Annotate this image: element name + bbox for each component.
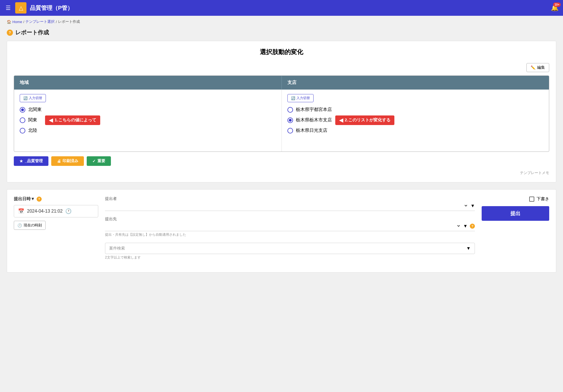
tag-btn-quality[interactable]: ★ _品質管理 <box>14 156 48 166</box>
edit-button[interactable]: ✏️ 編集 <box>526 63 549 72</box>
right-col: 下書き 提出 <box>482 196 549 221</box>
hamburger-button[interactable]: ☰ <box>5 3 12 12</box>
col2-radio-group: 栃木県宇都宮本店 栃木県栃木市支店 栃木県日光支店 <box>287 107 332 133</box>
header-left: ☰ △ 品質管理（P管） <box>5 2 73 14</box>
destination-select-row: ▼ ? <box>105 223 475 231</box>
page-title: レポート作成 <box>15 29 49 36</box>
datetime-box: 📅 2024-04-13 21:02 🕐 <box>14 205 98 217</box>
refresh-icon-2: 🔄 <box>291 96 295 100</box>
case-search-placeholder: 案件検索 <box>109 246 125 251</box>
col2-option-2[interactable]: 栃木県栃木市支店 <box>287 117 332 123</box>
breadcrumb-home: 🏠 Home <box>7 20 22 24</box>
auto-apply-hint: 提出・共有先は【設定無し】から自動適用されました <box>105 232 475 237</box>
dropdown-icon-2: ▼ <box>463 224 468 229</box>
check-icon: ✓ <box>92 159 96 163</box>
submit-button[interactable]: 提出 <box>482 206 549 221</box>
clock-icon[interactable]: 🕐 <box>65 208 72 214</box>
col1-option-1[interactable]: 北関東 <box>20 107 42 113</box>
submitter-row: 提出者 ▼ <box>105 196 475 211</box>
col1-body: 🔄 入力切替 北関東 関東 <box>14 90 282 152</box>
help-icon: ? <box>7 30 13 36</box>
tag-btn-row: ★ _品質管理 🖨 印刷済み ✓ 重要 <box>14 152 549 168</box>
radio-circle-3 <box>20 128 25 133</box>
notification-badge: 10+ <box>553 3 561 7</box>
star-icon: ★ <box>19 159 23 163</box>
submitter-select[interactable] <box>105 203 468 208</box>
draft-row: 下書き <box>529 196 549 202</box>
card-title: 選択肢動的変化 <box>14 48 549 56</box>
bottom-grid: 提出日時▼ ? 📅 2024-04-13 21:02 🕐 🕐 現在の時刻 提出者 <box>14 196 549 266</box>
bottom-section: 提出日時▼ ? 📅 2024-04-13 21:02 🕐 🕐 現在の時刻 提出者 <box>7 189 556 273</box>
draft-checkbox[interactable] <box>529 197 534 202</box>
col2-annotation: 2.このリストが変化する <box>335 115 395 125</box>
case-search-hint: 2文字以上で検索します <box>105 255 475 260</box>
tag-btn-printed[interactable]: 🖨 印刷済み <box>51 156 84 166</box>
header: ☰ △ 品質管理（P管） 🔔 10+ <box>0 0 563 16</box>
edit-btn-row: ✏️ 編集 <box>14 63 549 72</box>
col1-option-2[interactable]: 関東 <box>20 117 42 123</box>
col2-header: 支店 <box>282 76 549 90</box>
draft-label: 下書き <box>537 196 549 202</box>
col2-radio-circle-1 <box>287 107 293 113</box>
template-memo: テンプレートメモ <box>14 168 549 175</box>
table-header-row: 地域 支店 <box>14 76 549 90</box>
col2-option-1[interactable]: 栃木県宇都宮本店 <box>287 107 332 113</box>
calendar-icon[interactable]: 📅 <box>18 208 24 214</box>
page-title-row: ? レポート作成 <box>0 28 563 41</box>
submitter-label: 提出者 <box>105 196 475 201</box>
help-icon-bottom: ? <box>37 197 42 202</box>
case-search-row: 案件検索 ▼ 2文字以上で検索します <box>105 243 475 260</box>
refresh-icon: 🔄 <box>23 96 28 100</box>
now-button[interactable]: 🕐 現在の時刻 <box>14 221 46 230</box>
breadcrumb: 🏠 Home / テンプレート選択 / レポート作成 <box>0 16 563 28</box>
main-card: 選択肢動的変化 ✏️ 編集 地域 支店 🔄 入力切替 <box>7 41 556 182</box>
header-right: 🔔 10+ <box>551 4 558 12</box>
clock-icon-small: 🕐 <box>17 223 22 228</box>
col1-input-switch[interactable]: 🔄 入力切替 <box>20 94 46 102</box>
table-body-row: 🔄 入力切替 北関東 関東 <box>14 90 549 152</box>
print-icon: 🖨 <box>57 159 61 163</box>
section-label: 提出日時▼ ? <box>14 196 98 202</box>
col1-header: 地域 <box>14 76 282 90</box>
case-search-box[interactable]: 案件検索 ▼ <box>105 243 475 254</box>
header-title: 品質管理（P管） <box>30 4 73 12</box>
breadcrumb-step2: レポート作成 <box>58 19 80 24</box>
destination-label: 提出先 <box>105 217 475 222</box>
radio-circle-2 <box>20 117 25 123</box>
logo-button[interactable]: △ <box>15 2 26 14</box>
col1-annotation: 1.こちらの値によって <box>45 115 100 125</box>
form-col: 提出者 ▼ 提出先 ▼ ? 提出・共有先は【設定無し】から自動適用さ <box>105 196 475 266</box>
datetime-col: 提出日時▼ ? 📅 2024-04-13 21:02 🕐 🕐 現在の時刻 <box>14 196 98 230</box>
submitter-select-row: ▼ <box>105 203 475 211</box>
col2-option-3[interactable]: 栃木県日光支店 <box>287 128 332 133</box>
col2-radio-circle-2 <box>287 117 293 123</box>
radio-circle-1 <box>20 107 25 113</box>
dynamic-table: 地域 支店 🔄 入力切替 北関東 <box>14 75 549 152</box>
dropdown-icon: ▼ <box>470 203 475 208</box>
breadcrumb-step1[interactable]: テンプレート選択 <box>25 19 55 24</box>
edit-icon: ✏️ <box>531 65 535 70</box>
case-dropdown-icon: ▼ <box>466 246 471 251</box>
col1-option-3[interactable]: 北陸 <box>20 128 42 133</box>
notification-button[interactable]: 🔔 10+ <box>551 4 558 12</box>
destination-row: 提出先 ▼ ? 提出・共有先は【設定無し】から自動適用されました <box>105 217 475 237</box>
col2-input-switch[interactable]: 🔄 入力切替 <box>287 94 314 102</box>
col2-radio-circle-3 <box>287 128 293 133</box>
destination-select[interactable] <box>105 223 461 229</box>
col2-body: 🔄 入力切替 栃木県宇都宮本店 栃木県栃木市支店 <box>282 90 549 152</box>
breadcrumb-home-link[interactable]: Home <box>12 20 22 24</box>
col1-radio-group: 北関東 関東 北陸 <box>20 107 42 133</box>
datetime-value: 2024-04-13 21:02 <box>27 209 62 214</box>
help-icon-dest: ? <box>470 224 475 229</box>
tag-btn-important[interactable]: ✓ 重要 <box>87 156 111 166</box>
